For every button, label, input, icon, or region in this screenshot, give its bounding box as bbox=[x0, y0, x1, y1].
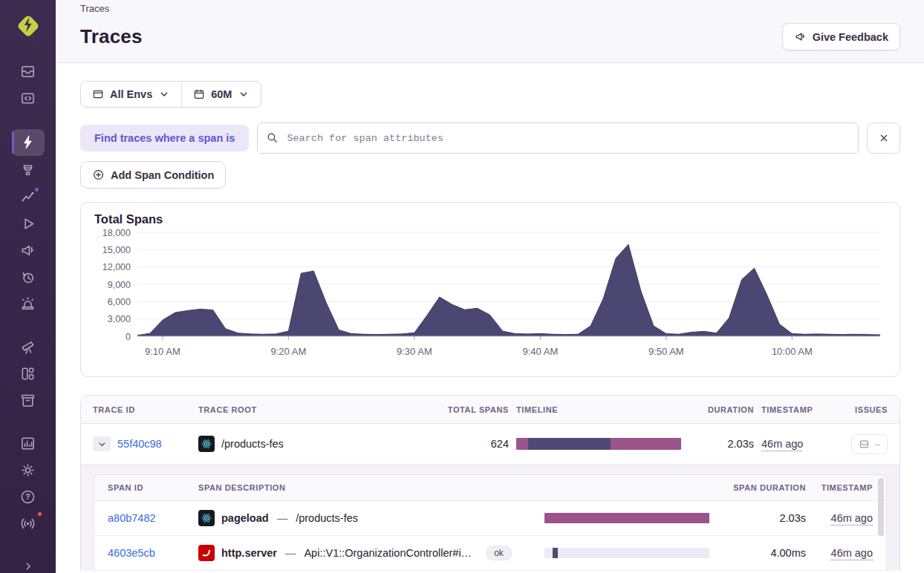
broadcasts-notification-dot bbox=[36, 511, 43, 517]
content: All Envs 60M Find traces where a span is bbox=[56, 63, 924, 573]
time-range-filter-label: 60M bbox=[211, 88, 232, 100]
crons-icon[interactable] bbox=[12, 265, 45, 289]
chevron-down-icon bbox=[97, 439, 107, 449]
span-attributes-search-input[interactable] bbox=[257, 122, 859, 154]
main-area: Traces Traces Give Feedback All Envs bbox=[56, 0, 924, 573]
svg-text:0: 0 bbox=[126, 332, 131, 342]
col-trace-id: Trace ID bbox=[93, 405, 191, 414]
app-window: ? Traces Traces Give Feedback bbox=[0, 0, 924, 573]
discover-icon[interactable] bbox=[12, 335, 45, 359]
broadcasts-icon[interactable] bbox=[12, 511, 45, 536]
span-duration-bar bbox=[544, 513, 709, 523]
col-span-description: Span Description bbox=[198, 483, 537, 492]
traces-table-header: Trace ID Trace Root Total Spans Timeline… bbox=[81, 396, 899, 424]
org-avatar-logo[interactable] bbox=[13, 10, 44, 42]
page-header: Traces Traces Give Feedback bbox=[56, 0, 924, 63]
traces-icon[interactable] bbox=[12, 129, 45, 156]
col-duration: Duration bbox=[708, 405, 754, 414]
trace-id-link[interactable]: 55f40c98 bbox=[117, 438, 162, 450]
environment-filter-label: All Envs bbox=[110, 88, 152, 100]
trace-timestamp-link[interactable]: 46m ago bbox=[761, 438, 803, 450]
collapse-row-button[interactable] bbox=[93, 436, 111, 451]
calendar-icon bbox=[193, 88, 205, 100]
span-timestamp-link[interactable]: 46m ago bbox=[831, 547, 873, 559]
svg-text:18,000: 18,000 bbox=[103, 228, 131, 238]
replays-icon[interactable] bbox=[12, 212, 45, 236]
col-trace-root: Trace Root bbox=[198, 405, 412, 414]
releases-icon[interactable] bbox=[12, 388, 45, 413]
plus-circle-icon bbox=[92, 168, 105, 181]
react-platform-icon bbox=[198, 436, 215, 452]
span-status-badge: ok bbox=[486, 546, 512, 560]
svg-text:9:50 AM: 9:50 AM bbox=[648, 346, 684, 357]
profiling-icon[interactable] bbox=[12, 158, 45, 183]
environment-filter-button[interactable]: All Envs bbox=[81, 82, 181, 107]
separator: — bbox=[284, 547, 298, 559]
svg-text:9:30 AM: 9:30 AM bbox=[397, 346, 432, 357]
dashboards-icon[interactable] bbox=[12, 361, 45, 386]
active-indicator bbox=[12, 131, 14, 154]
span-timestamp-link[interactable]: 46m ago bbox=[831, 512, 873, 524]
give-feedback-button[interactable]: Give Feedback bbox=[782, 23, 900, 50]
help-icon[interactable]: ? bbox=[12, 485, 45, 509]
collapse-sidebar-icon[interactable] bbox=[13, 556, 43, 573]
issues-icon bbox=[859, 439, 870, 450]
trace-timeline-bar bbox=[516, 438, 681, 450]
span-duration-bar bbox=[544, 548, 709, 558]
svg-text:?: ? bbox=[25, 492, 30, 501]
span-id-link[interactable]: a80b7482 bbox=[108, 512, 156, 524]
svg-text:9,000: 9,000 bbox=[108, 280, 131, 290]
add-span-condition-button[interactable]: Add Span Condition bbox=[80, 161, 226, 189]
issues-icon[interactable] bbox=[12, 59, 45, 84]
scrollbar-thumb[interactable] bbox=[878, 478, 884, 536]
trace-root-name[interactable]: /products-fes bbox=[221, 438, 284, 450]
projects-icon[interactable] bbox=[12, 86, 45, 111]
alerts-icon[interactable] bbox=[12, 292, 45, 316]
trace-duration: 2.03s bbox=[728, 438, 754, 450]
span-description: Api::V1::OrganizationController#i… bbox=[304, 547, 472, 559]
svg-text:9:20 AM: 9:20 AM bbox=[271, 346, 307, 357]
span-duration: 4.00ms bbox=[770, 547, 806, 559]
settings-icon[interactable] bbox=[12, 458, 45, 482]
trace-issues-chip[interactable]: – bbox=[851, 434, 888, 454]
area-chart: 03,0006,0009,00012,00015,00018,0009:10 A… bbox=[94, 226, 886, 372]
insights-notification-dot bbox=[33, 186, 40, 193]
spans-scrollbar[interactable] bbox=[878, 478, 884, 571]
close-icon bbox=[878, 132, 890, 144]
svg-text:10:00 AM: 10:00 AM bbox=[772, 346, 813, 357]
clear-search-button[interactable] bbox=[867, 122, 900, 154]
search-icon bbox=[266, 131, 279, 144]
megaphone-icon bbox=[794, 30, 807, 43]
window-icon bbox=[92, 88, 104, 100]
col-span-duration: Span Duration bbox=[733, 483, 806, 492]
find-traces-pill: Find traces where a span is bbox=[80, 125, 249, 151]
total-spans-chart: 03,0006,0009,00012,00015,00018,0009:10 A… bbox=[94, 226, 886, 372]
spans-table: Span ID Span Description Span Duration T… bbox=[94, 474, 887, 571]
span-id-link[interactable]: 4603e5cb bbox=[108, 547, 155, 559]
issues-count: – bbox=[875, 439, 880, 450]
filter-group: All Envs 60M bbox=[80, 81, 261, 108]
total-spans-value: 624 bbox=[491, 438, 509, 450]
span-description: /products-fes bbox=[296, 512, 358, 524]
chevron-down-icon bbox=[158, 88, 170, 100]
col-span-id: Span ID bbox=[108, 483, 191, 492]
sidebar-bottom: ? bbox=[12, 483, 45, 573]
col-span-timestamp: Timestamp bbox=[821, 483, 873, 492]
span-op: pageload bbox=[221, 512, 269, 524]
span-op: http.server bbox=[221, 547, 277, 559]
add-span-condition-label: Add Span Condition bbox=[111, 169, 214, 181]
breadcrumb[interactable]: Traces bbox=[80, 3, 900, 14]
feedback-icon[interactable] bbox=[12, 238, 45, 263]
col-timeline: Timeline bbox=[516, 405, 681, 414]
col-timestamp: Timestamp bbox=[761, 405, 836, 414]
svg-text:9:40 AM: 9:40 AM bbox=[523, 346, 559, 357]
chart-title: Total Spans bbox=[94, 212, 886, 226]
stats-icon[interactable] bbox=[12, 431, 45, 456]
time-range-filter-button[interactable]: 60M bbox=[182, 82, 261, 107]
insights-icon[interactable] bbox=[12, 185, 45, 209]
give-feedback-label: Give Feedback bbox=[813, 31, 888, 43]
svg-text:12,000: 12,000 bbox=[103, 262, 131, 272]
svg-text:6,000: 6,000 bbox=[108, 297, 131, 307]
page-title: Traces bbox=[80, 25, 143, 48]
traces-table: Trace ID Trace Root Total Spans Timeline… bbox=[80, 395, 900, 571]
